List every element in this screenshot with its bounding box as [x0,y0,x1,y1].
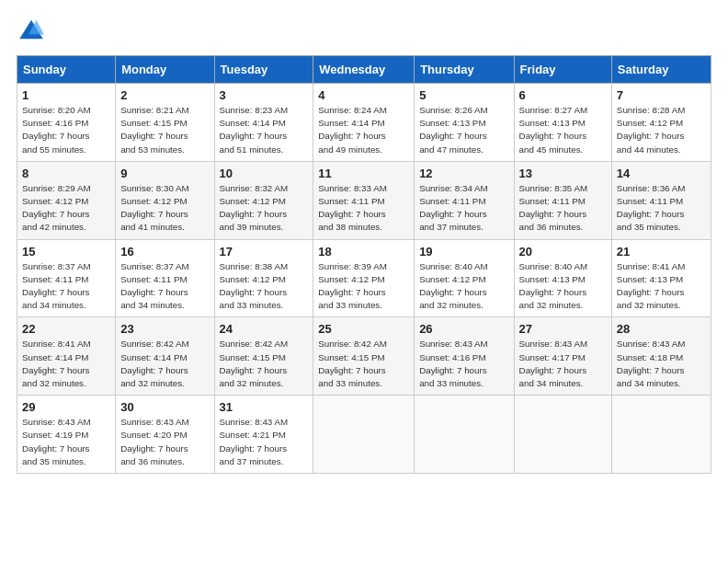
day-info: Sunrise: 8:37 AM Sunset: 4:11 PM Dayligh… [22,260,110,313]
calendar-cell: 18 Sunrise: 8:39 AM Sunset: 4:12 PM Dayl… [313,239,415,317]
calendar-table: SundayMondayTuesdayWednesdayThursdayFrid… [17,55,711,474]
calendar-cell: 27 Sunrise: 8:43 AM Sunset: 4:17 PM Dayl… [514,317,611,396]
day-info: Sunrise: 8:37 AM Sunset: 4:11 PM Dayligh… [120,260,209,313]
day-info: Sunrise: 8:26 AM Sunset: 4:13 PM Dayligh… [419,104,508,156]
calendar-cell: 24 Sunrise: 8:42 AM Sunset: 4:15 PM Dayl… [214,317,313,396]
day-number: 15 [22,245,110,259]
day-number: 8 [22,167,110,180]
col-header-sunday: Sunday [17,56,116,84]
logo-icon [18,17,44,42]
day-number: 22 [22,322,110,336]
day-info: Sunrise: 8:43 AM Sunset: 4:16 PM Dayligh… [419,338,508,390]
day-info: Sunrise: 8:41 AM Sunset: 4:13 PM Dayligh… [617,260,706,313]
day-info: Sunrise: 8:42 AM Sunset: 4:14 PM Dayligh… [120,338,209,390]
col-header-wednesday: Wednesday [313,56,415,84]
day-info: Sunrise: 8:30 AM Sunset: 4:12 PM Dayligh… [120,182,209,235]
day-info: Sunrise: 8:20 AM Sunset: 4:16 PM Dayligh… [22,104,110,156]
day-number: 10 [220,167,309,180]
day-info: Sunrise: 8:23 AM Sunset: 4:14 PM Dayligh… [220,104,309,156]
day-number: 30 [120,400,209,414]
day-number: 27 [519,322,607,336]
calendar-cell: 25 Sunrise: 8:42 AM Sunset: 4:15 PM Dayl… [313,317,415,396]
day-number: 24 [220,322,309,336]
day-info: Sunrise: 8:43 AM Sunset: 4:21 PM Dayligh… [220,416,309,468]
day-number: 9 [120,167,209,180]
calendar-cell: 28 Sunrise: 8:43 AM Sunset: 4:18 PM Dayl… [611,317,711,396]
day-number: 25 [318,322,409,336]
calendar-cell: 31 Sunrise: 8:43 AM Sunset: 4:21 PM Dayl… [214,396,313,474]
day-info: Sunrise: 8:43 AM Sunset: 4:17 PM Dayligh… [519,338,607,390]
day-info: Sunrise: 8:29 AM Sunset: 4:12 PM Dayligh… [22,182,110,235]
day-info: Sunrise: 8:28 AM Sunset: 4:12 PM Dayligh… [617,104,706,156]
day-number: 12 [419,167,508,180]
day-number: 13 [519,167,607,180]
day-number: 31 [220,400,309,414]
day-number: 29 [22,400,110,414]
day-number: 19 [419,245,508,259]
day-info: Sunrise: 8:24 AM Sunset: 4:14 PM Dayligh… [318,104,409,156]
day-number: 20 [519,245,607,259]
day-info: Sunrise: 8:42 AM Sunset: 4:15 PM Dayligh… [220,338,309,390]
calendar-cell: 2 Sunrise: 8:21 AM Sunset: 4:15 PM Dayli… [116,84,214,162]
day-number: 3 [220,88,309,102]
calendar-cell: 16 Sunrise: 8:37 AM Sunset: 4:11 PM Dayl… [116,239,214,317]
day-number: 26 [419,322,508,336]
calendar-cell: 13 Sunrise: 8:35 AM Sunset: 4:11 PM Dayl… [514,161,611,239]
calendar-week-4: 22 Sunrise: 8:41 AM Sunset: 4:14 PM Dayl… [17,317,711,396]
day-info: Sunrise: 8:39 AM Sunset: 4:12 PM Dayligh… [318,260,409,313]
day-number: 14 [617,167,706,180]
calendar-week-1: 1 Sunrise: 8:20 AM Sunset: 4:16 PM Dayli… [17,84,711,162]
day-info: Sunrise: 8:38 AM Sunset: 4:12 PM Dayligh… [220,260,309,313]
day-info: Sunrise: 8:33 AM Sunset: 4:11 PM Dayligh… [318,182,409,235]
day-info: Sunrise: 8:41 AM Sunset: 4:14 PM Dayligh… [22,338,110,390]
calendar-cell [514,396,611,474]
day-number: 21 [617,245,706,259]
calendar-cell: 29 Sunrise: 8:43 AM Sunset: 4:19 PM Dayl… [17,396,116,474]
calendar-cell [415,396,514,474]
calendar-cell: 26 Sunrise: 8:43 AM Sunset: 4:16 PM Dayl… [415,317,514,396]
day-info: Sunrise: 8:43 AM Sunset: 4:18 PM Dayligh… [617,338,706,390]
calendar-cell: 11 Sunrise: 8:33 AM Sunset: 4:11 PM Dayl… [313,161,415,239]
day-info: Sunrise: 8:32 AM Sunset: 4:12 PM Dayligh… [220,182,309,235]
day-info: Sunrise: 8:40 AM Sunset: 4:12 PM Dayligh… [419,260,508,313]
calendar-cell: 19 Sunrise: 8:40 AM Sunset: 4:12 PM Dayl… [415,239,514,317]
calendar-cell: 1 Sunrise: 8:20 AM Sunset: 4:16 PM Dayli… [17,84,116,162]
calendar-cell: 14 Sunrise: 8:36 AM Sunset: 4:11 PM Dayl… [611,161,711,239]
page-header [17,17,711,46]
day-number: 4 [318,88,409,102]
day-number: 16 [120,245,209,259]
calendar-cell [611,396,711,474]
calendar-cell: 10 Sunrise: 8:32 AM Sunset: 4:12 PM Dayl… [214,161,313,239]
day-info: Sunrise: 8:35 AM Sunset: 4:11 PM Dayligh… [519,182,607,235]
day-info: Sunrise: 8:42 AM Sunset: 4:15 PM Dayligh… [318,338,409,390]
day-number: 2 [120,88,209,102]
calendar-cell: 12 Sunrise: 8:34 AM Sunset: 4:11 PM Dayl… [415,161,514,239]
logo [17,17,48,46]
calendar-cell: 22 Sunrise: 8:41 AM Sunset: 4:14 PM Dayl… [17,317,116,396]
day-number: 11 [318,167,409,180]
day-number: 5 [419,88,508,102]
day-number: 23 [120,322,209,336]
day-info: Sunrise: 8:40 AM Sunset: 4:13 PM Dayligh… [519,260,607,313]
calendar-cell: 21 Sunrise: 8:41 AM Sunset: 4:13 PM Dayl… [611,239,711,317]
calendar-cell: 8 Sunrise: 8:29 AM Sunset: 4:12 PM Dayli… [17,161,116,239]
col-header-thursday: Thursday [415,56,514,84]
day-number: 7 [617,88,706,102]
day-info: Sunrise: 8:43 AM Sunset: 4:19 PM Dayligh… [22,416,110,468]
calendar-cell: 6 Sunrise: 8:27 AM Sunset: 4:13 PM Dayli… [514,84,611,162]
day-number: 18 [318,245,409,259]
calendar-cell: 20 Sunrise: 8:40 AM Sunset: 4:13 PM Dayl… [514,239,611,317]
day-info: Sunrise: 8:21 AM Sunset: 4:15 PM Dayligh… [120,104,209,156]
col-header-saturday: Saturday [611,56,711,84]
calendar-cell: 23 Sunrise: 8:42 AM Sunset: 4:14 PM Dayl… [116,317,214,396]
calendar-cell: 15 Sunrise: 8:37 AM Sunset: 4:11 PM Dayl… [17,239,116,317]
calendar-cell: 5 Sunrise: 8:26 AM Sunset: 4:13 PM Dayli… [415,84,514,162]
day-info: Sunrise: 8:43 AM Sunset: 4:20 PM Dayligh… [120,416,209,468]
col-header-friday: Friday [514,56,611,84]
calendar-cell [313,396,415,474]
calendar-cell: 4 Sunrise: 8:24 AM Sunset: 4:14 PM Dayli… [313,84,415,162]
calendar-cell: 7 Sunrise: 8:28 AM Sunset: 4:12 PM Dayli… [611,84,711,162]
day-number: 6 [519,88,607,102]
calendar-week-5: 29 Sunrise: 8:43 AM Sunset: 4:19 PM Dayl… [17,396,711,474]
day-number: 28 [617,322,706,336]
